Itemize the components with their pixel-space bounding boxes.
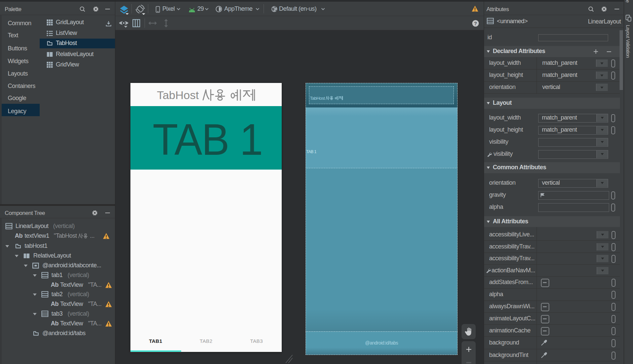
svg-text:?: ? — [474, 21, 477, 26]
